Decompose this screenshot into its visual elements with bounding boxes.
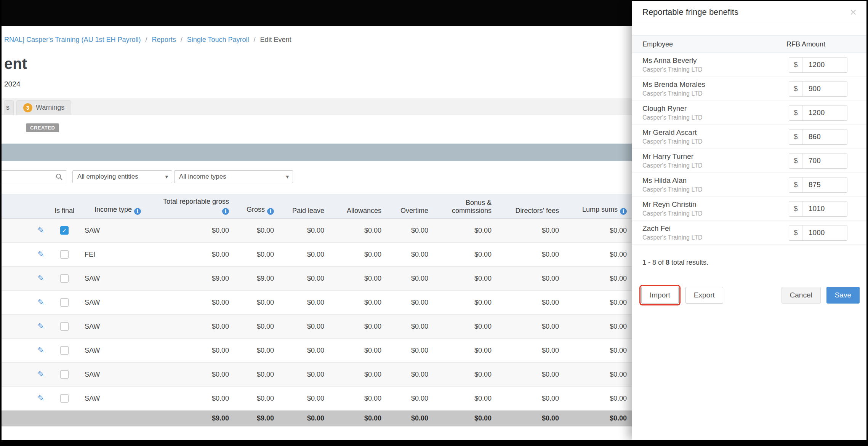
rfb-amount-input[interactable] [803,129,847,144]
import-button[interactable]: Import [641,287,679,304]
is-final-checkbox[interactable] [60,346,69,355]
cell-lump-sums: $0.00 [564,219,632,243]
currency-prefix: $ [789,58,803,72]
rfb-amount-input[interactable] [803,153,847,168]
income-type-cell: SAW [80,267,156,291]
rfb-row: Mr Harry Turner Casper's Training LTD $ [632,149,866,173]
cell-paid-leave: $0.00 [279,243,329,267]
cell-total-reportable-gross: $0.00 [156,387,234,411]
cell-total-reportable-gross: $0.00 [156,339,234,363]
employee-name: Mr Reyn Christin [642,200,786,209]
modal-actions: Import Export Cancel Save [632,285,866,305]
cell-overtime: $0.00 [386,387,433,411]
currency-prefix: $ [789,225,803,240]
export-button[interactable]: Export [685,287,723,304]
close-icon[interactable] [850,6,857,18]
income-type-cell: SAW [80,315,156,339]
edit-pencil-icon[interactable] [37,323,44,331]
edit-pencil-icon[interactable] [37,395,44,403]
col-header-label: Directors' fees [516,207,559,214]
status-badge: CREATED [26,123,59,132]
cell-paid-leave: $0.00 [279,363,329,387]
info-icon[interactable] [134,208,141,215]
cell-total-reportable-gross: $9.00 [156,267,234,291]
rfb-amount-input[interactable] [803,106,847,120]
rfb-row: Clough Ryner Casper's Training LTD $ [632,101,866,125]
income-type-cell: SAW [80,291,156,315]
search-icon[interactable] [54,173,66,181]
employing-entities-dropdown[interactable]: All employing entities [72,170,172,183]
employee-company: Casper's Training LTD [642,186,786,193]
breadcrumb-current-edit-event: Edit Event [260,36,291,43]
col-header-income-type: Income type [80,194,156,219]
rfb-amount-group: $ [789,105,847,121]
employee-name: Mr Harry Turner [642,152,786,161]
table-row: SAW $0.00 $0.00 $0.00 $0.00 $0.00 $0.00 … [2,219,632,243]
col-header-label: Lump sums [582,206,618,213]
cell-gross: $0.00 [234,243,279,267]
info-icon[interactable] [267,208,274,215]
edit-pencil-icon[interactable] [37,347,44,355]
total-allowances: $0.00 [329,411,386,427]
rfb-amount-group: $ [789,201,847,217]
rfb-amount-input[interactable] [803,225,847,240]
cancel-button[interactable]: Cancel [782,287,821,304]
info-icon[interactable] [222,208,229,215]
rfb-amount-group: $ [789,57,847,73]
edit-pencil-icon[interactable] [37,227,44,235]
edit-pencil-icon[interactable] [37,275,44,283]
income-type-cell: SAW [80,387,156,411]
rfb-row: Zach Fei Casper's Training LTD $ [632,221,866,245]
table-row: SAW $0.00 $0.00 $0.00 $0.00 $0.00 $0.00 … [2,291,632,315]
is-final-checkbox[interactable] [60,298,69,307]
cell-overtime: $0.00 [386,315,433,339]
col-header-label: Bonus & commissions [452,199,492,214]
employee-name: Zach Fei [642,224,786,233]
currency-prefix: $ [789,129,803,144]
is-final-checkbox[interactable] [60,322,69,331]
is-final-checkbox[interactable] [60,250,69,259]
rfb-amount-input[interactable] [803,58,847,72]
income-types-dropdown[interactable]: All income types [174,170,293,183]
cell-gross: $0.00 [234,315,279,339]
cell-paid-leave: $0.00 [279,315,329,339]
total-paid-leave: $0.00 [279,411,329,427]
is-final-checkbox[interactable] [60,370,69,379]
cell-total-reportable-gross: $0.00 [156,363,234,387]
breadcrumb-link-organisation[interactable]: RNAL] Casper's Training (AU 1st EH Payro… [4,36,141,43]
breadcrumb: RNAL] Casper's Training (AU 1st EH Payro… [4,36,632,44]
col-header-paid-leave: Paid leave [279,194,329,219]
cell-directors-fees: $0.00 [496,387,564,411]
col-header-allowances: Allowances [329,194,386,219]
rfb-amount-input[interactable] [803,177,847,192]
breadcrumb-link-single-touch-payroll[interactable]: Single Touch Payroll [187,36,249,43]
rfb-amount-input[interactable] [803,201,847,216]
info-icon[interactable] [620,208,627,215]
cell-allowances: $0.00 [329,315,386,339]
tab-partial[interactable]: s [4,100,14,115]
edit-pencil-icon[interactable] [37,299,44,307]
edit-pencil-icon[interactable] [37,251,44,259]
is-final-checkbox[interactable] [60,274,69,283]
rfb-amount-input[interactable] [803,82,847,96]
rfb-rows: Ms Anna Beverly Casper's Training LTD $ … [632,53,866,245]
rfb-row: Ms Anna Beverly Casper's Training LTD $ [632,53,866,77]
is-final-checkbox[interactable] [60,394,69,403]
breadcrumb-link-reports[interactable]: Reports [152,36,176,43]
cell-allowances: $0.00 [329,339,386,363]
cell-bonus-commissions: $0.00 [433,363,496,387]
edit-pencil-icon[interactable] [37,371,44,379]
totals-empty-cell [2,411,156,427]
col-header-lump-sums: Lump sums [564,194,632,219]
table-row: SAW $9.00 $9.00 $0.00 $0.00 $0.00 $0.00 … [2,267,632,291]
modal-column-headers: Employee RFB Amount [632,35,866,53]
tab-warnings[interactable]: 3 Warnings [16,100,71,115]
top-navigation-bar [2,0,632,26]
cell-overtime: $0.00 [386,291,433,315]
is-final-checkbox[interactable] [60,226,69,235]
cell-lump-sums: $0.00 [564,267,632,291]
cell-overtime: $0.00 [386,243,433,267]
search-input[interactable] [2,171,54,183]
page-title: ent [4,55,632,72]
save-button[interactable]: Save [826,287,860,304]
